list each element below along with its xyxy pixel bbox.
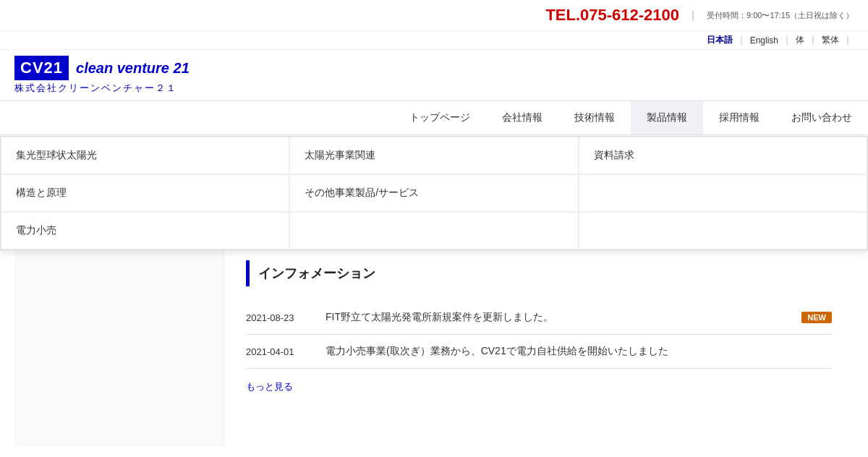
dropdown-menu: 集光型球状太陽光 太陽光事業関連 資料請求 構造と原理 その他事業製品/サービス… (0, 136, 868, 250)
info-section-header: インフォメーション (246, 260, 832, 286)
lang-english[interactable]: English (750, 35, 778, 46)
info-item-0: 2021-08-23 FIT野立て太陽光発電所新規案件を更新しました。 NEW (246, 301, 832, 335)
lang-sep-3: ｜ (809, 34, 817, 46)
nav-top[interactable]: トップページ (393, 101, 486, 134)
phone-number: TEL.075-612-2100 (545, 6, 679, 25)
divider: ｜ (688, 9, 698, 22)
lang-sep-4: ｜ (843, 34, 852, 46)
more-link[interactable]: もっと見る (246, 380, 293, 393)
dropdown-item-1[interactable]: 集光型球状太陽光 (1, 137, 289, 174)
info-date-1: 2021-04-01 (246, 346, 326, 357)
dropdown-item-9 (579, 212, 867, 249)
logo-text[interactable]: clean venture 21 (76, 60, 190, 77)
dropdown-item-8 (289, 212, 578, 249)
section-bar-info (246, 260, 250, 286)
nav-contact[interactable]: お問い合わせ (775, 101, 868, 134)
new-badge-0: NEW (801, 312, 832, 323)
info-section-title: インフォメーション (258, 265, 375, 282)
nav-company[interactable]: 会社情報 (486, 101, 558, 134)
dropdown-item-6 (579, 174, 867, 212)
lang-sep-2: ｜ (783, 34, 791, 46)
info-text-1: 電力小売事業(取次ぎ）業務から、CV21で電力自社供給を開始いたしました (326, 345, 832, 358)
nav-recruit[interactable]: 採用情報 (703, 101, 775, 134)
info-item-1: 2021-04-01 電力小売事業(取次ぎ）業務から、CV21で電力自社供給を開… (246, 335, 832, 369)
lang-japanese[interactable]: 日本語 (707, 34, 733, 46)
lang-bar: 日本語 ｜ English ｜ 体 ｜ 繁体 ｜ (0, 31, 868, 50)
info-text-0: FIT野立て太陽光発電所新規案件を更新しました。 (326, 311, 794, 324)
business-hours: 受付時間：9:00〜17:15（土日祝は除く） (707, 10, 854, 21)
dropdown-item-3[interactable]: 資料請求 (579, 137, 867, 174)
logo-subtitle: 株式会社クリーンベンチャー２１ (14, 82, 190, 95)
lang-simplified[interactable]: 体 (796, 34, 804, 46)
dropdown-item-4[interactable]: 構造と原理 (1, 174, 289, 212)
logo-box[interactable]: CV21 (14, 56, 69, 80)
lang-traditional[interactable]: 繁体 (822, 34, 839, 46)
info-date-0: 2021-08-23 (246, 312, 326, 323)
dropdown-item-5[interactable]: その他事業製品/サービス (289, 174, 578, 212)
lang-sep-1: ｜ (737, 34, 746, 46)
nav-technology[interactable]: 技術情報 (558, 101, 631, 134)
main-nav: トップページ 会社情報 技術情報 製品情報 採用情報 お問い合わせ 集光型球状太… (0, 101, 868, 135)
dropdown-item-2[interactable]: 太陽光事業関連 (289, 137, 578, 174)
top-bar: TEL.075-612-2100 ｜ 受付時間：9:00〜17:15（土日祝は除… (0, 0, 868, 31)
nav-products[interactable]: 製品情報 (631, 101, 703, 134)
dropdown-item-7[interactable]: 電力小売 (1, 212, 289, 249)
header: CV21 clean venture 21 株式会社クリーンベンチャー２１ (0, 50, 868, 101)
